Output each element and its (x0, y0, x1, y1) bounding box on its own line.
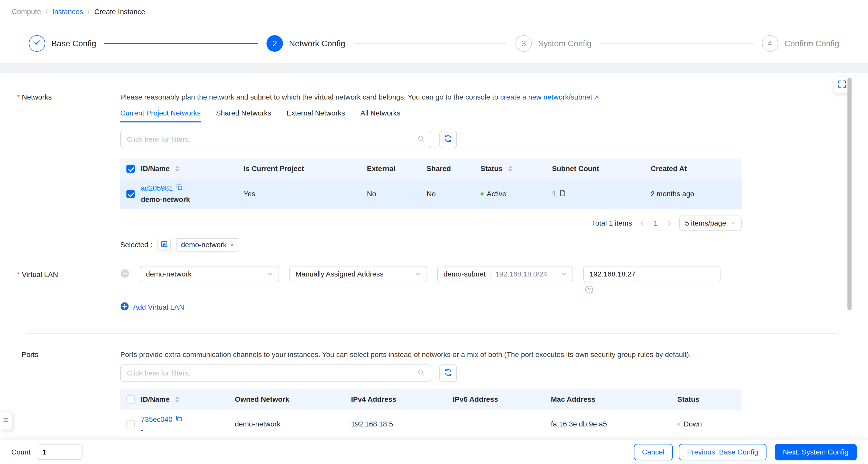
ports-label: Ports (0, 349, 120, 439)
page-size-select[interactable]: 5 items/page (679, 215, 742, 231)
tab-shared-networks[interactable]: Shared Networks (216, 109, 271, 122)
status-dot-active (480, 193, 484, 196)
step-label: System Config (538, 39, 591, 48)
breadcrumb-separator: / (88, 8, 90, 16)
virtual-lan-section: *Virtual LAN demo-network Manually Assig… (0, 266, 868, 313)
file-icon[interactable] (559, 190, 566, 199)
status-dot-down (677, 423, 680, 426)
next-page-icon[interactable] (666, 221, 672, 226)
list-icon (161, 240, 168, 250)
ip-address-input[interactable] (583, 266, 720, 282)
required-asterisk: * (17, 270, 20, 279)
network-id-link[interactable]: ad205981 (141, 183, 173, 194)
step-circle-active: 2 (267, 35, 283, 52)
required-asterisk: * (17, 93, 20, 101)
plus-circle-icon (120, 302, 129, 313)
virtual-lan-label: *Virtual LAN (0, 266, 120, 313)
tab-external-networks[interactable]: External Networks (287, 109, 345, 122)
expand-icon (838, 80, 846, 90)
cell-is-current-project: Yes (244, 190, 367, 198)
status-text: Active (487, 190, 506, 198)
column-header: Owned Network (235, 395, 351, 404)
column-header: Created At (651, 165, 742, 173)
step-circle-pending: 3 (516, 35, 532, 52)
next-button[interactable]: Next: System Config (775, 444, 857, 460)
step-confirm-config: 4 Confirm Config (762, 35, 839, 52)
close-icon[interactable]: × (230, 241, 234, 248)
cell-external: No (367, 190, 427, 198)
ports-filter-input[interactable] (127, 369, 417, 377)
sort-icon[interactable] (508, 166, 513, 172)
subnet-select[interactable]: demo-subnet 192.168.18.0/24 (437, 266, 573, 282)
drawer-handle[interactable] (0, 411, 12, 430)
port-id-link[interactable]: 735ec040 (141, 414, 173, 425)
create-network-link[interactable]: create a new network/subnet > (500, 93, 598, 101)
section-divider-band (0, 63, 868, 73)
column-header: IPv6 Address (453, 395, 551, 404)
select-all-checkbox[interactable] (126, 165, 135, 173)
port-table-row[interactable]: 735ec040 - demo-network 192.168.18.5 fa:… (120, 410, 742, 439)
cell-status: Active (480, 190, 552, 198)
copy-icon[interactable] (176, 183, 183, 194)
pagination-total: Total 1 items (592, 219, 632, 227)
prev-page-icon[interactable] (639, 221, 645, 226)
add-virtual-lan-button[interactable]: Add Virtual LAN (120, 302, 184, 313)
search-icon (417, 369, 425, 378)
help-icon[interactable]: ? (585, 286, 593, 293)
step-base-config[interactable]: Base Config (29, 35, 96, 52)
column-header: Mac Address (551, 395, 677, 404)
network-tabs: Current Project Networks Shared Networks… (120, 109, 742, 122)
copy-icon[interactable] (176, 414, 182, 425)
previous-button[interactable]: Previous: Base Config (679, 444, 767, 460)
pagination: Total 1 items 1 5 items/page (120, 215, 742, 231)
footer-bar: Count Cancel Previous: Base Config Next:… (0, 440, 868, 464)
tab-all-networks[interactable]: All Networks (361, 109, 401, 122)
search-icon (417, 135, 425, 144)
count-label: Count (11, 448, 31, 456)
column-header: Subnet Count (552, 165, 651, 173)
networks-filter-box[interactable] (120, 130, 431, 148)
networks-section: *Networks Please reasonably plan the net… (0, 92, 868, 252)
sort-icon[interactable] (175, 166, 179, 172)
column-header: External (367, 165, 427, 173)
count-input[interactable] (37, 444, 83, 460)
check-icon (33, 38, 41, 48)
networks-label: *Networks (0, 92, 120, 252)
page-number[interactable]: 1 (652, 219, 659, 227)
sort-icon[interactable] (175, 396, 179, 403)
vertical-scrollbar[interactable] (847, 78, 851, 310)
cancel-button[interactable]: Cancel (634, 444, 673, 460)
breadcrumb-separator: / (46, 8, 48, 16)
refresh-button[interactable] (439, 130, 457, 148)
breadcrumb-item-compute[interactable]: Compute (12, 8, 41, 16)
column-header: Status (677, 395, 742, 404)
step-label: Network Config (289, 39, 345, 48)
selected-list-button[interactable] (157, 239, 171, 251)
networks-filter-input[interactable] (127, 135, 417, 144)
row-checkbox[interactable] (126, 190, 135, 198)
cell-status: Down (677, 420, 742, 428)
ports-filter-box[interactable] (120, 365, 431, 382)
cell-shared: No (427, 190, 480, 198)
refresh-button[interactable] (439, 365, 457, 382)
vertical-separator (490, 270, 491, 278)
row-checkbox[interactable] (126, 420, 135, 428)
cell-mac: fa:16:3e:db:9e:a5 (551, 420, 677, 428)
chevron-down-icon (415, 271, 421, 277)
network-table-row[interactable]: ad205981 demo-network Yes No No Active (120, 179, 742, 209)
step-label: Confirm Config (784, 39, 839, 48)
breadcrumb-item-instances[interactable]: Instances (52, 8, 83, 16)
step-network-config: 2 Network Config (267, 35, 345, 52)
networks-table-header: ID/Name Is Current Project External Shar… (120, 158, 742, 179)
create-instance-page: Compute / Instances / Create Instance Ba… (0, 0, 868, 464)
ports-table: ID/Name Owned Network IPv4 Address IPv6 … (120, 389, 742, 439)
vlan-network-select[interactable]: demo-network (140, 266, 279, 282)
ip-assignment-select[interactable]: Manually Assigned Address (289, 266, 427, 282)
refresh-icon (444, 369, 452, 378)
cell-created-at: 2 months ago (651, 190, 742, 198)
list-icon (3, 417, 9, 425)
chevron-down-icon (267, 271, 273, 277)
remove-vlan-button[interactable] (120, 269, 129, 280)
tab-current-project-networks[interactable]: Current Project Networks (120, 109, 201, 122)
select-all-checkbox[interactable] (126, 395, 135, 404)
